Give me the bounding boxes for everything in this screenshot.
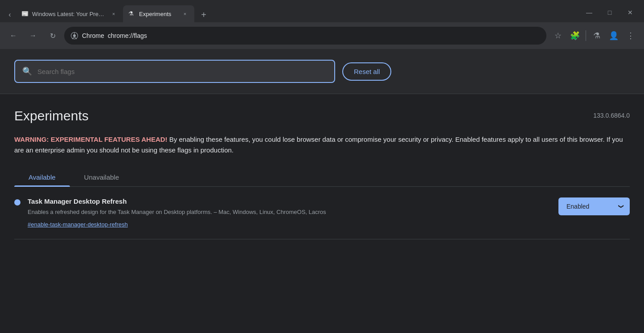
new-tab-button[interactable]: + <box>196 7 211 22</box>
tab-experiments-icon: ⚗ <box>128 10 135 17</box>
chrome-logo-icon <box>70 32 78 40</box>
page: 🔍 Reset all Experiments 133.0.6864.0 WAR… <box>0 49 644 333</box>
tab-available[interactable]: Available <box>14 168 70 186</box>
chrome-label: Chrome <box>82 32 104 39</box>
labs-button[interactable]: ⚗ <box>589 28 605 44</box>
tab-experiments-title: Experiments <box>139 11 177 17</box>
main-content: Experiments 133.0.6864.0 WARNING: EXPERI… <box>0 94 644 239</box>
page-title: Experiments <box>14 108 89 123</box>
back-button[interactable]: ← <box>5 28 21 44</box>
tab-windows-latest-icon: 📰 <box>21 10 29 17</box>
reload-button[interactable]: ↻ <box>45 28 61 44</box>
warning-label: WARNING: EXPERIMENTAL FEATURES AHEAD! <box>14 136 168 143</box>
toolbar-actions: ☆ 🧩 ⚗ 👤 ⋮ <box>550 28 639 44</box>
flag-select[interactable]: Default Enabled Disabled <box>558 197 630 215</box>
flag-info: Task Manager Desktop Refresh Enables a r… <box>28 197 551 228</box>
warning-text: WARNING: EXPERIMENTAL FEATURES AHEAD! By… <box>14 134 630 156</box>
flags-tabs-bar: Available Unavailable <box>14 168 630 187</box>
flag-name: Task Manager Desktop Refresh <box>28 197 551 205</box>
flag-active-indicator <box>14 199 21 206</box>
maximize-button[interactable]: □ <box>599 5 620 20</box>
minimize-button[interactable]: — <box>579 5 599 20</box>
toolbar-divider <box>586 30 586 41</box>
flag-item-task-manager: Task Manager Desktop Refresh Enables a r… <box>14 187 630 239</box>
tab-windows-latest-close[interactable]: × <box>110 10 118 18</box>
bookmark-button[interactable]: ☆ <box>550 28 566 44</box>
menu-button[interactable]: ⋮ <box>623 28 639 44</box>
toolbar: ← → ↻ Chrome chrome://flags ☆ 🧩 ⚗ 👤 ⋮ <box>0 22 644 49</box>
address-bar[interactable]: Chrome chrome://flags <box>64 27 546 45</box>
title-bar: ‹ 📰 Windows Latest: Your Premier S × ⚗ E… <box>0 0 644 22</box>
svg-point-1 <box>73 34 76 37</box>
search-icon: 🔍 <box>22 66 32 76</box>
tab-experiments-close[interactable]: × <box>181 10 189 18</box>
page-header: Experiments 133.0.6864.0 <box>14 108 630 123</box>
flag-select-wrap: Default Enabled Disabled <box>558 197 630 215</box>
reset-all-button[interactable]: Reset all <box>342 62 391 81</box>
flag-link[interactable]: #enable-task-manager-desktop-refresh <box>28 221 128 228</box>
profile-button[interactable]: 👤 <box>606 28 622 44</box>
search-input[interactable] <box>37 68 327 75</box>
search-area: 🔍 Reset all <box>0 49 644 94</box>
address-url: chrome://flags <box>108 32 540 39</box>
tab-scroll-left[interactable]: ‹ <box>4 7 16 22</box>
tab-experiments[interactable]: ⚗ Experiments × <box>123 5 194 22</box>
version-text: 133.0.6864.0 <box>593 112 630 119</box>
extension-button[interactable]: 🧩 <box>567 28 583 44</box>
tab-windows-latest[interactable]: 📰 Windows Latest: Your Premier S × <box>16 5 123 22</box>
tab-windows-latest-title: Windows Latest: Your Premier S <box>32 11 106 17</box>
flag-description: Enables a refreshed design for the Task … <box>28 208 551 217</box>
window-controls: — □ ✕ <box>579 5 640 22</box>
close-button[interactable]: ✕ <box>620 5 640 20</box>
tab-unavailable[interactable]: Unavailable <box>70 168 133 186</box>
search-input-wrap[interactable]: 🔍 <box>14 60 335 83</box>
forward-button[interactable]: → <box>25 28 41 44</box>
